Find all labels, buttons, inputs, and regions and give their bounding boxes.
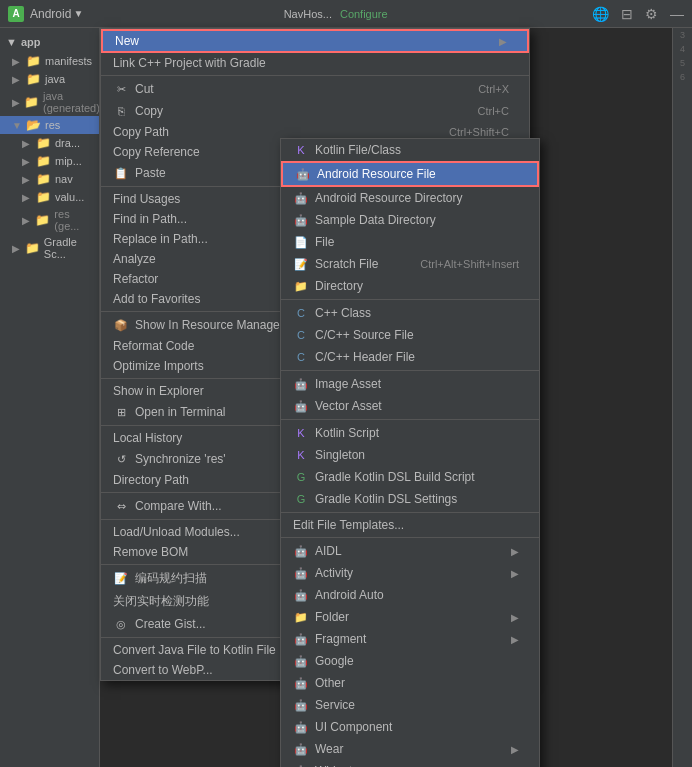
cpp-header-icon: C: [293, 349, 309, 365]
ui-component-label: UI Component: [315, 720, 392, 734]
arrow-icon: ▶: [22, 174, 32, 185]
separator: [281, 299, 539, 300]
tree-item-res[interactable]: ▼ 📂 res: [0, 116, 99, 134]
kotlin-file-label: Kotlin File/Class: [315, 143, 401, 157]
context-menu-item-link-cpp[interactable]: Link C++ Project with Gradle: [101, 53, 529, 73]
close-icon[interactable]: —: [670, 6, 684, 22]
submenu-item-widget[interactable]: 🤖 Widget: [281, 760, 539, 767]
find-path-label: Find in Path...: [113, 212, 187, 226]
panel-header: ▼ app: [0, 32, 99, 52]
tree-item-mip[interactable]: ▶ 📁 mip...: [0, 152, 99, 170]
arrow-icon: ▶: [22, 215, 31, 226]
stripe-num-3: 3: [673, 28, 692, 42]
local-history-label: Local History: [113, 431, 182, 445]
item-label: dra...: [55, 137, 80, 149]
submenu-item-file[interactable]: 📄 File: [281, 231, 539, 253]
submenu-item-singleton[interactable]: K Singleton: [281, 444, 539, 466]
submenu-item-android-resource-dir[interactable]: 🤖 Android Resource Directory: [281, 187, 539, 209]
stripe-num-5: 5: [673, 56, 692, 70]
copy-path-label: Copy Path: [113, 125, 169, 139]
analyze-label: Analyze: [113, 252, 156, 266]
tree-item-nav[interactable]: ▶ 📁 nav: [0, 170, 99, 188]
item-label: valu...: [55, 191, 84, 203]
load-modules-label: Load/Unload Modules...: [113, 525, 240, 539]
fragment-icon: 🤖: [293, 631, 309, 647]
android-auto-label: Android Auto: [315, 588, 384, 602]
wear-icon: 🤖: [293, 741, 309, 757]
submenu-item-image-asset[interactable]: 🤖 Image Asset: [281, 373, 539, 395]
submenu-item-kotlin-file[interactable]: K Kotlin File/Class: [281, 139, 539, 161]
compare-icon: ⇔: [113, 498, 129, 514]
submenu-item-gradle-settings[interactable]: G Gradle Kotlin DSL Settings: [281, 488, 539, 510]
cut-shortcut: Ctrl+X: [478, 83, 509, 95]
submenu-item-scratch-file[interactable]: 📝 Scratch File Ctrl+Alt+Shift+Insert: [281, 253, 539, 275]
submenu-item-android-resource-file[interactable]: 🤖 Android Resource File: [281, 161, 539, 187]
submenu-item-folder[interactable]: 📁 Folder ▶: [281, 606, 539, 628]
submenu-item-kotlin-script[interactable]: K Kotlin Script: [281, 422, 539, 444]
gradle-build-icon: G: [293, 469, 309, 485]
tree-item-manifests[interactable]: ▶ 📁 manifests: [0, 52, 99, 70]
new-submenu: K Kotlin File/Class 🤖 Android Resource F…: [280, 138, 540, 767]
context-menu-item-new[interactable]: New ▶: [101, 29, 529, 53]
minus-icon[interactable]: ⊟: [621, 6, 633, 22]
arrow-right-icon: ▶: [511, 634, 519, 645]
submenu-item-android-auto[interactable]: 🤖 Android Auto: [281, 584, 539, 606]
cpp-class-label: C++ Class: [315, 306, 371, 320]
tree-item-gradle[interactable]: ▶ 📁 Gradle Sc...: [0, 234, 99, 262]
submenu-item-directory[interactable]: 📁 Directory: [281, 275, 539, 297]
ui-component-icon: 🤖: [293, 719, 309, 735]
submenu-item-cpp-header[interactable]: C C/C++ Header File: [281, 346, 539, 368]
arrow-right-icon: ▶: [499, 36, 507, 47]
submenu-item-aidl[interactable]: 🤖 AIDL ▶: [281, 540, 539, 562]
submenu-item-other[interactable]: 🤖 Other: [281, 672, 539, 694]
submenu-item-ui-component[interactable]: 🤖 UI Component: [281, 716, 539, 738]
fragment-label: Fragment: [315, 632, 366, 646]
show-explorer-label: Show in Explorer: [113, 384, 204, 398]
paste-label: Paste: [135, 166, 166, 180]
sample-data-icon: 🤖: [293, 212, 309, 228]
arrow-icon: ▶: [22, 138, 32, 149]
navhost-label: NavHos...: [284, 8, 336, 20]
folder-icon: 📁: [25, 241, 40, 255]
submenu-item-google[interactable]: 🤖 Google: [281, 650, 539, 672]
submenu-item-gradle-build[interactable]: G Gradle Kotlin DSL Build Script: [281, 466, 539, 488]
tree-item-dra[interactable]: ▶ 📁 dra...: [0, 134, 99, 152]
android-resource-file-icon: 🤖: [295, 166, 311, 182]
android-auto-icon: 🤖: [293, 587, 309, 603]
submenu-item-vector-asset[interactable]: 🤖 Vector Asset: [281, 395, 539, 417]
tree-item-java[interactable]: ▶ 📁 java: [0, 70, 99, 88]
tree-item-valu[interactable]: ▶ 📁 valu...: [0, 188, 99, 206]
tree-item-res-gen[interactable]: ▶ 📁 res (ge...: [0, 206, 99, 234]
submenu-item-activity[interactable]: 🤖 Activity ▶: [281, 562, 539, 584]
submenu-item-edit-templates[interactable]: Edit File Templates...: [281, 515, 539, 535]
submenu-item-cpp-class[interactable]: C C++ Class: [281, 302, 539, 324]
configure-label[interactable]: Configure: [336, 6, 392, 22]
title-dropdown-arrow[interactable]: ▼: [73, 8, 83, 19]
file-icon: 📄: [293, 234, 309, 250]
submenu-item-wear[interactable]: 🤖 Wear ▶: [281, 738, 539, 760]
cpp-source-icon: C: [293, 327, 309, 343]
settings-icon[interactable]: ⚙: [645, 6, 658, 22]
submenu-item-sample-data-dir[interactable]: 🤖 Sample Data Directory: [281, 209, 539, 231]
context-menu-item-copy[interactable]: ⎘ Copy Ctrl+C: [101, 100, 529, 122]
replace-path-label: Replace in Path...: [113, 232, 208, 246]
reformat-label: Reformat Code: [113, 339, 194, 353]
arrow-icon: ▶: [22, 156, 32, 167]
item-label: nav: [55, 173, 73, 185]
submenu-item-fragment[interactable]: 🤖 Fragment ▶: [281, 628, 539, 650]
scan-icon: 📝: [113, 571, 129, 587]
image-asset-label: Image Asset: [315, 377, 381, 391]
service-icon: 🤖: [293, 697, 309, 713]
edit-templates-label: Edit File Templates...: [293, 518, 404, 532]
tree-item-java-gen[interactable]: ▶ 📁 java (generated): [0, 88, 99, 116]
optimize-label: Optimize Imports: [113, 359, 204, 373]
submenu-item-service[interactable]: 🤖 Service: [281, 694, 539, 716]
menus-area: New ▶ Link C++ Project with Gradle ✂ Cut…: [100, 28, 672, 767]
arrow-right-icon: ▶: [511, 568, 519, 579]
globe-icon[interactable]: 🌐: [592, 6, 609, 22]
directory-label: Directory: [315, 279, 363, 293]
submenu-item-cpp-source[interactable]: C C/C++ Source File: [281, 324, 539, 346]
context-menu-item-cut[interactable]: ✂ Cut Ctrl+X: [101, 78, 529, 100]
scratch-file-label: Scratch File: [315, 257, 378, 271]
google-label: Google: [315, 654, 354, 668]
